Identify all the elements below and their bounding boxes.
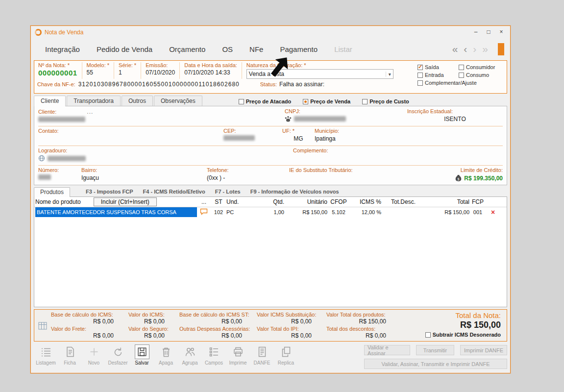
- nfe-action-buttons: Validar e Assinar Transmitir Imprimir DA…: [364, 344, 507, 369]
- danfe-document-icon: [256, 344, 269, 359]
- printer-icon: [232, 344, 245, 359]
- validar-assinar-button[interactable]: Validar e Assinar: [364, 345, 410, 355]
- menubar: Integração Pedido de Venda Orçamento OS …: [31, 39, 510, 59]
- telefone-label: Telefone:: [207, 167, 289, 173]
- validar-assinar-transmitir-imprimir-button[interactable]: Validar, Assinar, Transmitir e Imprimir …: [364, 359, 507, 369]
- field-cep: CEP:: [223, 126, 282, 146]
- checkbox-consumo[interactable]: Consumo: [459, 71, 504, 79]
- base-icms-value: R$ 0,00: [51, 318, 128, 325]
- record-navigation: « ‹ › »: [452, 43, 504, 55]
- radio-preco-atacado[interactable]: Preço de Atacado: [239, 98, 292, 104]
- field-logradouro: Logradouro:: [38, 146, 293, 166]
- nav-first-icon[interactable]: «: [452, 44, 458, 54]
- toolbar-desfazer[interactable]: Desfazer: [106, 344, 130, 366]
- logradouro-label: Logradouro:: [38, 147, 293, 153]
- col-total: Total: [416, 198, 469, 205]
- menu-pedido-de-venda[interactable]: Pedido de Venda: [88, 45, 161, 53]
- menu-orcamento[interactable]: Orçamento: [161, 45, 214, 53]
- hotkey-f7: F7 - Lotes: [215, 189, 241, 195]
- checkbox-consumidor[interactable]: Consumidor: [459, 63, 504, 71]
- product-name-cell[interactable]: BATENTE AMORTECEDOR SUSPENSAO TRAS CORSA: [35, 207, 197, 217]
- seguro-value: R$ 0,00: [128, 332, 179, 340]
- cep-redacted-value: [223, 135, 255, 141]
- field-contato: Contato:: [38, 126, 223, 146]
- toolbar-apaga[interactable]: Apaga: [154, 344, 178, 366]
- client-tabs: Cliente Transportadora Outros Observaçõe…: [34, 96, 507, 106]
- menu-listar[interactable]: Listar: [326, 45, 361, 53]
- menu-nfe[interactable]: NFe: [241, 45, 271, 53]
- list-icon: [40, 344, 52, 359]
- seguro-label: Valor do Seguro:: [128, 325, 179, 332]
- base-icms-st-label: Base de cálculo do ICMS ST:: [179, 311, 257, 318]
- checkbox-complementar-ajuste[interactable]: Complementar/Ajuste: [417, 79, 504, 87]
- incluir-button[interactable]: Incluir (Ctrl+Insert): [94, 197, 157, 206]
- nav-next-icon[interactable]: ›: [473, 44, 476, 54]
- nav-last-icon[interactable]: »: [482, 44, 488, 54]
- chevron-down-icon[interactable]: ▾: [386, 72, 391, 77]
- data-saida-label: Data e Hora da saída:: [184, 62, 237, 68]
- tab-transportadora[interactable]: Transportadora: [67, 96, 121, 106]
- operation-type-checkboxes: Saída Consumidor Entrada Consumo Complem…: [417, 62, 504, 92]
- toolbar-salvar[interactable]: Salvar: [130, 344, 154, 366]
- ie-substituto-label: IE do Substituto Tributário:: [289, 167, 420, 173]
- money-bag-icon: $: [455, 174, 462, 182]
- app-logo-icon: [35, 29, 42, 36]
- total-nota-value: R$ 150,00: [401, 320, 501, 330]
- close-icon[interactable]: ×: [496, 28, 506, 37]
- field-limite-credito: Limite de Crédito: $ R$ 199.350,00: [420, 166, 503, 185]
- radio-preco-venda[interactable]: Preço de Venda: [303, 98, 350, 104]
- cliente-more-button[interactable]: ...: [87, 108, 93, 115]
- comment-bubble-icon[interactable]: [200, 208, 208, 215]
- checkbox-entrada[interactable]: Entrada: [417, 71, 459, 79]
- col-tot-desc: Tot.Desc.: [381, 198, 416, 205]
- valor-icms-label: Valor do ICMS:: [128, 311, 179, 318]
- total-nota-label: Total da Nota:: [401, 311, 501, 319]
- bairro-value: Iguaçu: [81, 174, 207, 181]
- menu-os[interactable]: OS: [214, 45, 241, 53]
- base-icms-st-value: R$ 0,00: [179, 318, 257, 325]
- tab-observacoes[interactable]: Observações: [154, 96, 202, 106]
- document-icon: [64, 344, 76, 359]
- limite-credito-label: Limite de Crédito:: [461, 167, 503, 173]
- trash-icon: [160, 344, 172, 359]
- toolbar-listagem[interactable]: Listagem: [34, 344, 58, 366]
- st-cell: 102: [211, 209, 226, 215]
- frete-label: Valor do Frete:: [51, 325, 128, 332]
- toolbar-novo[interactable]: Novo: [82, 344, 106, 366]
- minimize-icon[interactable]: –: [471, 28, 481, 37]
- unitario-cell: R$ 150,00: [284, 209, 327, 215]
- qtd-cell: 1,00: [245, 209, 284, 215]
- toolbar-ficha[interactable]: Ficha: [58, 344, 82, 366]
- chave-label: Chave da NF-e:: [37, 81, 75, 87]
- inscricao-estadual-label: Inscrição Estadual:: [407, 108, 503, 114]
- table-row[interactable]: BATENTE AMORTECEDOR SUSPENSAO TRAS CORSA…: [34, 207, 507, 217]
- toolbar-replica[interactable]: Replica: [274, 344, 298, 366]
- checkbox-saida[interactable]: Saída: [417, 63, 459, 71]
- toolbar-agrupa[interactable]: Agrupa: [178, 344, 202, 366]
- data-saida-value[interactable]: 07/10/2020 14:33: [184, 69, 237, 76]
- toolbar-danfe[interactable]: DANFE: [250, 344, 274, 366]
- despesas-value: R$ 0,00: [179, 332, 257, 340]
- contato-label: Contato:: [38, 128, 223, 134]
- modelo-value[interactable]: 55: [87, 69, 109, 76]
- checkbox-subtrair-icms[interactable]: Subtrair ICMS Desonerado: [401, 332, 501, 338]
- delete-row-icon[interactable]: ×: [491, 208, 495, 216]
- paw-icon: [285, 116, 292, 122]
- tab-cliente[interactable]: Cliente: [34, 96, 66, 106]
- radio-preco-custo[interactable]: Preço de Custo: [362, 98, 409, 104]
- emissao-value[interactable]: 07/10/2020: [146, 69, 175, 76]
- toolbar-imprime[interactable]: Imprime: [226, 344, 250, 366]
- serie-value[interactable]: 1: [119, 69, 136, 76]
- transmitir-button[interactable]: Transmitir: [416, 345, 454, 355]
- col-fcp: FCP: [469, 198, 486, 205]
- products-table-header: Nome do produto Incluir (Ctrl+Insert) ..…: [34, 197, 507, 207]
- toolbar-campos[interactable]: Campos: [202, 344, 226, 366]
- cnpj-redacted-value: [294, 116, 346, 122]
- maximize-icon[interactable]: □: [484, 28, 493, 37]
- imprimir-danfe-button[interactable]: Imprimir DANFE: [460, 345, 507, 355]
- tab-produtos[interactable]: Produtos: [34, 187, 70, 197]
- tab-outros[interactable]: Outros: [122, 96, 153, 106]
- nav-prev-icon[interactable]: ‹: [464, 44, 467, 54]
- people-icon: [184, 344, 196, 359]
- menu-integracao[interactable]: Integração: [37, 45, 88, 53]
